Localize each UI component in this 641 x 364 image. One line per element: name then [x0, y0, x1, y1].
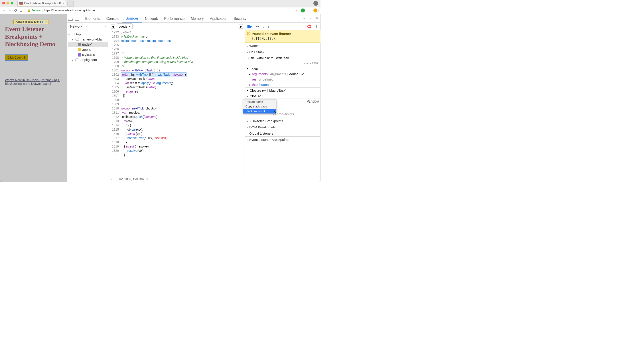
secure-lock-icon[interactable]: 🔒 Secure [27, 9, 40, 12]
page-link[interactable]: What's New In DevTools (Chrome 66) > Bla… [5, 78, 62, 86]
navigator-tab-network[interactable]: Network [69, 23, 84, 29]
scope-arguments[interactable]: ▸arguments: Arguments [MouseEve [245, 72, 320, 77]
pause-detail: BUTTON.click [247, 36, 318, 41]
ctx-blackbox-script[interactable]: Blackbox script [243, 109, 276, 114]
close-devtools-icon[interactable]: ✕ [316, 16, 319, 21]
tab-network[interactable]: Network [142, 15, 161, 22]
devtools-menu-icon[interactable]: ⋮ [308, 16, 312, 21]
deactivate-breakpoints-icon[interactable]: ⛔ [307, 24, 311, 28]
devtools-tab-bar: Elements Console Sources Network Perform… [67, 14, 320, 23]
editor-tab-vue-js[interactable]: vue.js × [117, 23, 133, 29]
cursor-position: Line 1802, Column 51 [118, 177, 148, 181]
page-heading: Event Listener Breakpoints + Blackboxing… [5, 25, 62, 48]
section-xhr-breakpoints[interactable]: XHR/fetch Breakpoints [245, 118, 320, 124]
resume-button[interactable]: ▮▶ [247, 24, 252, 29]
cloud-icon [75, 38, 79, 41]
step-over-icon[interactable]: ⤼ [45, 20, 47, 23]
stack-frame-0[interactable]: ➔fn._withTask.fn._withTask [245, 55, 320, 61]
favicon [19, 2, 23, 5]
profile-avatar-icon[interactable] [314, 1, 318, 6]
zoom-window-button[interactable] [11, 2, 13, 4]
home-button[interactable]: ⌂ [20, 8, 22, 13]
url-input[interactable]: 🔒 Secure | https://framework-blackboxing… [24, 8, 319, 13]
scope-local[interactable]: ▸Local [245, 66, 320, 72]
address-bar: ← → ⟳ ⌂ 🔒 Secure | https://framework-bla… [0, 7, 320, 14]
tree-file-index[interactable]: (index) [68, 42, 108, 47]
scope-this[interactable]: ▸this: button [245, 82, 320, 88]
context-menu: Restart frame Copy stack trace Blackbox … [243, 99, 276, 114]
paused-label: Paused in debugger [15, 20, 39, 23]
tree-host-framework[interactable]: framework-bla [68, 37, 108, 42]
browser-tab-strip: Event Listener Breakpoints + B × [0, 0, 320, 7]
cloud-icon [75, 58, 79, 61]
show-navigator-icon[interactable]: ◀ [110, 24, 115, 29]
reload-button[interactable]: ⟳ [14, 8, 18, 13]
step-out-button[interactable]: ↑ [268, 24, 270, 28]
tree-root[interactable]: top [68, 32, 108, 37]
mouse-cursor-icon: ↖ [273, 110, 276, 114]
step-into-button[interactable]: ↓ [262, 24, 264, 28]
tab-application[interactable]: Application [207, 15, 230, 22]
more-tabs-icon[interactable]: » [303, 16, 305, 21]
url-text: https://framework-blackboxing.glitch.me [44, 9, 94, 12]
section-global-listeners[interactable]: Global Listeners [245, 130, 320, 136]
pretty-print-icon[interactable]: { } [112, 177, 114, 181]
resume-icon[interactable]: ▮▶ [40, 20, 44, 23]
scope-res: ▸res: undefined [245, 77, 320, 82]
page-viewport: Paused in debugger ▮▶ ⤼ Event Listener B… [0, 14, 67, 182]
source-editor: ◀ vue.js × ▶ 1792} else { 1793// fallbac… [109, 23, 245, 182]
tab-performance[interactable]: Performance [161, 15, 188, 22]
click-count-button[interactable]: Click Count: 5 [5, 54, 28, 60]
back-button[interactable]: ← [2, 8, 6, 13]
tree-file-style-css[interactable]: style.css [68, 52, 108, 57]
tab-security[interactable]: Security [230, 15, 250, 22]
device-mode-icon[interactable] [68, 17, 73, 21]
navigator-menu-icon[interactable]: ⋮ [103, 24, 107, 29]
tab-elements[interactable]: Elements [82, 15, 103, 22]
close-file-tab-icon[interactable]: × [129, 24, 131, 28]
menu-icon[interactable]: ⋮ [307, 8, 311, 13]
ctx-copy-stack-trace[interactable]: Copy stack trace [243, 104, 276, 109]
devtools-panel: Elements Console Sources Network Perform… [67, 14, 320, 182]
forward-button[interactable]: → [8, 8, 12, 13]
pause-title: Paused on event listener [252, 32, 291, 36]
pause-on-exceptions-icon[interactable]: ⏸ [315, 24, 318, 28]
sources-navigator: Network » ⋮ top framework-bla (index) ap… [67, 23, 109, 182]
browser-tab[interactable]: Event Listener Breakpoints + B × [17, 0, 66, 7]
debugger-paused-overlay: Paused in debugger ▮▶ ⤼ [13, 20, 49, 24]
section-dom-breakpoints[interactable]: DOM Breakpoints [245, 124, 320, 130]
section-call-stack[interactable]: Call Stack [245, 49, 320, 55]
code-area[interactable]: 1792} else { 1793// fallback to macro 17… [109, 30, 244, 176]
more-navigator-tabs-icon[interactable]: » [86, 25, 87, 28]
scope-closure-2[interactable]: ▸Closure [245, 93, 320, 98]
tab-console[interactable]: Console [103, 15, 123, 22]
tab-memory[interactable]: Memory [188, 15, 207, 22]
notifications-icon[interactable] [314, 8, 318, 12]
dock-side-icon[interactable] [75, 17, 79, 21]
tab-title: Event Listener Breakpoints + B [24, 2, 61, 5]
section-watch[interactable]: Watch [245, 43, 320, 49]
extension-icon[interactable] [301, 8, 305, 12]
ctx-restart-frame[interactable]: Restart frame [243, 100, 276, 104]
stack-frame-location[interactable]: vue.js:1802 [304, 62, 318, 65]
tree-file-app-js[interactable]: app.js [68, 47, 108, 52]
close-tab-icon[interactable]: × [62, 2, 64, 5]
step-over-button[interactable]: ⤼ [256, 24, 259, 28]
hide-debugger-icon[interactable]: ▶ [238, 24, 243, 29]
tree-host-unpkg[interactable]: unpkg.com [68, 57, 108, 62]
bookmark-star-icon[interactable]: ☆ [296, 8, 299, 12]
minimize-window-button[interactable] [6, 2, 9, 4]
new-tab-button[interactable] [68, 0, 74, 7]
scope-closure-1[interactable]: ▸Closure (withMacroTask) [245, 88, 320, 93]
pause-reason-banner: ⓘPaused on event listener BUTTON.click [245, 30, 320, 43]
section-event-listener-breakpoints[interactable]: Event Listener Breakpoints [245, 136, 320, 142]
tab-sources[interactable]: Sources [122, 14, 142, 22]
close-window-button[interactable] [2, 2, 5, 4]
